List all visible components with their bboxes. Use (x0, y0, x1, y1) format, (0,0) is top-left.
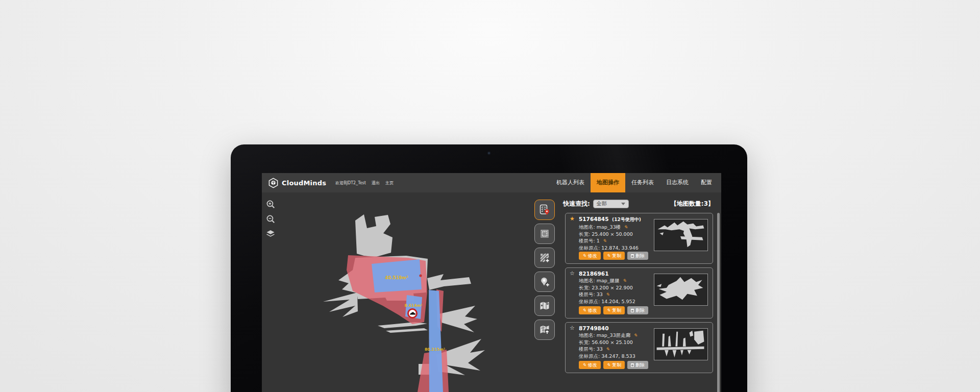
measure-area-button[interactable] (534, 224, 555, 244)
favorite-star-icon[interactable]: ☆ (570, 270, 575, 277)
map-thumbnail[interactable] (654, 328, 708, 360)
card-actions: ✎ 修改 ✎ 复制 删除 (579, 306, 648, 314)
map-toolbar (534, 200, 557, 340)
map-name-value: map_腿腿 (597, 278, 620, 283)
cloudminds-hexagon-icon (268, 178, 279, 188)
area-label-corridor: 80.215m² (425, 347, 445, 352)
zoom-out-button[interactable] (265, 213, 276, 225)
copy-label: 复制 (612, 362, 621, 369)
edit-pencil-icon: ✎ (607, 362, 611, 368)
upload-map-button[interactable] (534, 320, 555, 340)
patrol-route-pin-icon (538, 204, 551, 216)
panel-scrollbar[interactable] (717, 213, 720, 392)
tab-log-system[interactable]: 日志系统 (660, 173, 695, 192)
upload-map-icon (538, 324, 551, 336)
origin-value: 34.247, 8.533 (601, 353, 635, 359)
add-point-button[interactable] (534, 272, 555, 292)
top-nav: CloudMinds 欢迎BJDT2_Test 退出 主页 机器人列表 地图操作… (262, 173, 721, 192)
delete-button[interactable]: 删除 (627, 361, 648, 369)
map-id: 87749840 (579, 325, 608, 331)
origin-value: 12.874, 33.946 (601, 245, 639, 251)
size-value: 23.200 × 22.900 (592, 285, 632, 290)
welcome-text: 欢迎BJDT2_Test (335, 180, 366, 186)
modify-label: 修改 (588, 307, 597, 314)
copy-label: 复制 (612, 253, 621, 259)
edit-pencil-icon[interactable]: ✎ (623, 278, 627, 283)
map-thumbnail-image (654, 329, 707, 360)
in-use-badge: (12号使用中) (612, 217, 641, 222)
floor-value: 33 (597, 291, 603, 297)
map-name-value: map_33楼 (597, 224, 621, 230)
floor-label: 楼层号: (579, 346, 595, 352)
delete-button[interactable]: 删除 (627, 252, 648, 260)
copy-button[interactable]: ✎ 复制 (603, 361, 625, 369)
edit-pencil-icon[interactable]: ✎ (624, 225, 628, 230)
add-virtual-wall-button[interactable] (534, 248, 555, 268)
map-thumbnail-image (654, 219, 707, 251)
delete-button[interactable]: 删除 (627, 306, 648, 314)
tab-configuration[interactable]: 配置 (695, 173, 718, 192)
floor-value: 1 (597, 238, 600, 243)
zoom-in-icon (266, 200, 276, 209)
map-name-label: 地图名: (579, 332, 595, 338)
no-entry-badge[interactable] (408, 309, 417, 318)
edit-pencil-icon[interactable]: ✎ (606, 347, 610, 352)
map-card-87749840[interactable]: ☆ 87749840 地图名: map_33层走廊 ✎ (565, 322, 713, 373)
content-area: 40.519m² 8.614m² 80.215m² (262, 192, 721, 392)
edit-pencil-icon: ✎ (582, 308, 586, 313)
favorite-star-icon[interactable]: ☆ (570, 325, 575, 331)
floor-label: 楼层号: (579, 291, 595, 297)
brand-logo: CloudMinds (268, 178, 326, 188)
map-marker-button[interactable] (534, 296, 555, 316)
tab-robot-list[interactable]: 机器人列表 (550, 173, 591, 192)
size-label: 长宽: (579, 285, 590, 290)
session-area: 欢迎BJDT2_Test 退出 主页 (335, 180, 394, 186)
delete-label: 删除 (635, 362, 645, 369)
add-virtual-wall-icon (538, 252, 551, 264)
map-filter-select[interactable]: 全部 (593, 200, 629, 208)
patrol-route-pin-button[interactable] (534, 200, 555, 220)
tab-map-operations[interactable]: 地图操作 (591, 173, 625, 192)
favorite-star-icon[interactable]: ★ (570, 215, 575, 222)
map-zoom-controls (265, 199, 276, 239)
zoom-in-button[interactable] (265, 199, 276, 210)
edit-pencil-icon[interactable]: ✎ (633, 333, 638, 338)
trash-icon (631, 309, 634, 312)
modify-button[interactable]: ✎ 修改 (579, 361, 601, 369)
logout-link[interactable]: 退出 (372, 180, 380, 186)
area-label-small: 8.614m² (405, 303, 423, 308)
map-name-label: 地图名: (579, 278, 595, 283)
origin-value: 14.204, 5.952 (601, 299, 635, 304)
map-card-82186961[interactable]: ☆ 82186961 地图名: map_腿腿 ✎ (565, 267, 713, 318)
map-count-label: 【地图数量:3】 (671, 200, 714, 208)
map-thumbnail-image (654, 274, 707, 305)
modify-button[interactable]: ✎ 修改 (579, 306, 601, 314)
floor-value: 33 (597, 346, 603, 352)
delete-label: 删除 (635, 307, 645, 314)
map-id: 82186961 (579, 271, 608, 277)
modify-button[interactable]: ✎ 修改 (579, 252, 601, 260)
main-tabs: 机器人列表 地图操作 任务列表 日志系统 配置 (550, 173, 718, 192)
small-red-marker[interactable] (419, 274, 422, 277)
layers-button[interactable] (265, 228, 276, 239)
map-thumbnail[interactable] (654, 219, 708, 251)
measure-area-icon (538, 228, 551, 240)
map-card-51764845[interactable]: ★ 51764845 (12号使用中) 地图名: map_33楼 ✎ (565, 213, 713, 264)
page-background: CloudMinds 欢迎BJDT2_Test 退出 主页 机器人列表 地图操作… (0, 0, 980, 392)
home-link[interactable]: 主页 (385, 180, 394, 186)
copy-button[interactable]: ✎ 复制 (603, 252, 625, 260)
edit-pencil-icon[interactable]: ✎ (603, 238, 607, 243)
map-list-panel: 快速查找: 全部 【地图数量:3】 ★ 51764845 (559, 192, 721, 392)
card-actions: ✎ 修改 ✎ 复制 删除 (579, 361, 648, 369)
app-screen: CloudMinds 欢迎BJDT2_Test 退出 主页 机器人列表 地图操作… (262, 173, 721, 392)
map-canvas[interactable]: 40.519m² 8.614m² 80.215m² (262, 192, 559, 392)
tab-task-list[interactable]: 任务列表 (625, 173, 660, 192)
modify-label: 修改 (588, 253, 597, 259)
copy-button[interactable]: ✎ 复制 (603, 306, 625, 314)
webcam-dot (488, 152, 490, 154)
map-thumbnail[interactable] (654, 274, 708, 306)
map-marker-icon (538, 300, 551, 312)
card-actions: ✎ 修改 ✎ 复制 删除 (579, 252, 648, 260)
size-label: 长宽: (579, 339, 590, 345)
edit-pencil-icon[interactable]: ✎ (606, 292, 610, 297)
